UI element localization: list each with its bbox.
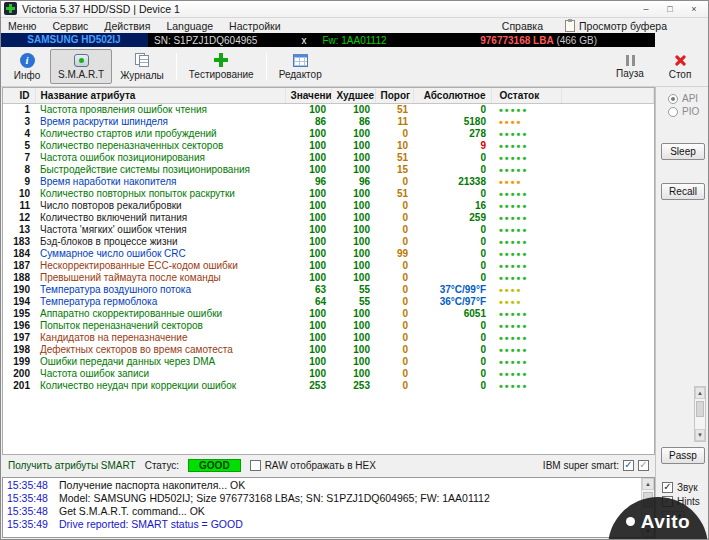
smart-table-row[interactable]: 195 Аппаратно скорректированные ошибки 1… xyxy=(3,308,654,320)
smart-table-row[interactable]: 188 Превышений таймаута после команды 10… xyxy=(3,272,654,284)
editor-button[interactable]: Редактор xyxy=(271,49,330,84)
menu-item-menu[interactable]: Меню xyxy=(0,20,44,32)
side-slider[interactable]: ▲ ▼ xyxy=(694,386,706,442)
smart-table-row[interactable]: 197 Кандидатов на переназначение 100 100… xyxy=(3,332,654,344)
ibm-super-smart-checkbox-2[interactable] xyxy=(638,460,649,471)
stop-button[interactable]: Стоп xyxy=(657,49,703,84)
sound-checkbox-row[interactable]: Звук xyxy=(662,482,698,493)
smart-table-row[interactable]: 12 Количество включений питания 100 100 … xyxy=(3,212,654,224)
api-radio[interactable] xyxy=(668,94,678,104)
cell-attr-threshold: 0 xyxy=(375,380,413,392)
cell-filler xyxy=(561,200,654,212)
cell-filler xyxy=(561,128,654,140)
slider-thumb[interactable] xyxy=(696,401,704,417)
recall-button[interactable]: Recall xyxy=(661,183,705,200)
cell-attr-id: 9 xyxy=(3,176,35,188)
pio-radio[interactable] xyxy=(668,107,678,117)
cell-attr-name: Попыток переназначений секторов xyxy=(35,320,285,332)
raw-hex-checkbox-row[interactable]: RAW отображать в HEX xyxy=(250,460,376,471)
cell-filler xyxy=(561,344,654,356)
column-header[interactable]: Остаток xyxy=(491,88,561,103)
smart-table-row[interactable]: 8 Быстродействие системы позиционировани… xyxy=(3,164,654,176)
cell-attr-threshold: 51 xyxy=(375,152,413,164)
close-button[interactable]: × xyxy=(683,2,705,16)
smart-table-row[interactable]: 200 Частота ошибок записи 100 100 0 0 ••… xyxy=(3,368,654,380)
smart-table-row[interactable]: 184 Суммарное число ошибок CRC 100 100 9… xyxy=(3,248,654,260)
passp-button[interactable]: Passp xyxy=(661,447,705,464)
cell-attr-threshold: 0 xyxy=(375,296,413,308)
api-radio-row[interactable]: API xyxy=(668,93,698,104)
cell-attr-threshold: 51 xyxy=(375,103,413,116)
journals-button[interactable]: Журналы xyxy=(112,49,172,84)
menu-item-settings[interactable]: Настройки xyxy=(221,20,289,32)
cell-attr-id: 7 xyxy=(3,152,35,164)
buffer-view-label: Просмотр буфера xyxy=(579,20,667,32)
sleep-button[interactable]: Sleep xyxy=(661,143,705,160)
slider-up-icon[interactable]: ▲ xyxy=(695,387,705,399)
pio-radio-row[interactable]: PIO xyxy=(668,106,699,117)
column-header[interactable]: Абсолютное xyxy=(413,88,491,103)
smart-table-row[interactable]: 3 Время раскрутки шпинделя 86 86 11 5180… xyxy=(3,116,654,128)
toolbar: i Инфо S.M.A.R.T Журналы Тестирование Ре… xyxy=(0,47,709,87)
menu-item-help[interactable]: Справка xyxy=(494,20,551,32)
maximize-button[interactable]: □ xyxy=(659,2,681,16)
column-header[interactable]: Порог xyxy=(375,88,413,103)
smart-table-row[interactable]: 7 Частота ошибок позиционирования 100 10… xyxy=(3,152,654,164)
cell-attr-worst: 100 xyxy=(331,236,375,248)
menu-item-actions[interactable]: Действия xyxy=(96,20,158,32)
log-panel: 15:35:48Получение паспорта накопителя...… xyxy=(2,477,655,538)
sound-checkbox[interactable] xyxy=(662,482,673,493)
get-smart-attributes-button[interactable]: Получить атрибуты SMART xyxy=(8,460,136,471)
column-header[interactable]: Значение xyxy=(285,88,331,103)
raw-hex-checkbox[interactable] xyxy=(250,460,261,471)
cell-attr-threshold: 0 xyxy=(375,260,413,272)
menu-item-service[interactable]: Сервис xyxy=(44,20,96,32)
cell-filler xyxy=(561,164,654,176)
scroll-up-icon[interactable]: ▲ xyxy=(642,478,654,490)
smart-table-row[interactable]: 10 Количество повторных попыток раскрутк… xyxy=(3,188,654,200)
slider-down-icon[interactable]: ▼ xyxy=(695,429,705,441)
cell-attr-value: 100 xyxy=(285,103,331,116)
cell-attr-value: 100 xyxy=(285,224,331,236)
menu-item-language[interactable]: Language xyxy=(158,20,221,32)
log-line: 15:35:48Получение паспорта накопителя...… xyxy=(7,479,638,492)
smart-table-row[interactable]: 196 Попыток переназначений секторов 100 … xyxy=(3,320,654,332)
cell-attr-health: •••• xyxy=(491,284,561,296)
cell-attr-id: 196 xyxy=(3,320,35,332)
minimize-button[interactable]: – xyxy=(635,2,657,16)
cell-attr-name: Превышений таймаута после команды xyxy=(35,272,285,284)
smart-table-row[interactable]: 199 Ошибки передачи данных через DMA 100… xyxy=(3,356,654,368)
smart-table-row[interactable]: 183 Бэд-блоков в процессе жизни 100 100 … xyxy=(3,236,654,248)
column-header[interactable]: ID xyxy=(3,88,35,103)
smart-status-badge: GOOD xyxy=(188,459,241,472)
pause-icon xyxy=(626,54,635,66)
info-button[interactable]: i Инфо xyxy=(4,49,50,84)
pause-button[interactable]: Пауза xyxy=(607,49,653,84)
smart-table-row[interactable]: 198 Дефектных секторов во время самотест… xyxy=(3,344,654,356)
cell-attr-id: 10 xyxy=(3,188,35,200)
smart-table-row[interactable]: 201 Количество неудач при коррекции ошиб… xyxy=(3,380,654,392)
buffer-view-button[interactable]: Просмотр буфера xyxy=(565,20,667,32)
smart-table-row[interactable]: 9 Время наработки накопителя 96 96 0 213… xyxy=(3,176,654,188)
smart-table-row[interactable]: 190 Температура воздушного потока 63 55 … xyxy=(3,284,654,296)
smart-button[interactable]: S.M.A.R.T xyxy=(50,49,112,84)
ibm-super-smart-checkbox-1[interactable] xyxy=(623,460,634,471)
cell-attr-value: 100 xyxy=(285,152,331,164)
smart-table-row[interactable]: 187 Нескорректированные ECC-кодом ошибки… xyxy=(3,260,654,272)
device-model[interactable]: SAMSUNG HD502IJ xyxy=(0,33,148,47)
testing-button[interactable]: Тестирование xyxy=(181,49,262,84)
smart-table-row[interactable]: 11 Число повторов рекалибровки 100 100 0… xyxy=(3,200,654,212)
cell-attr-health: ••••• xyxy=(491,380,561,392)
cell-attr-value: 100 xyxy=(285,236,331,248)
smart-table-row[interactable]: 4 Количество стартов или пробуждений 100… xyxy=(3,128,654,140)
cell-attr-threshold: 0 xyxy=(375,356,413,368)
smart-table-row[interactable]: 13 Частота 'мягких' ошибок чтения 100 10… xyxy=(3,224,654,236)
smart-table-row[interactable]: 1 Частота проявления ошибок чтения 100 1… xyxy=(3,103,654,116)
smart-table-row[interactable]: 5 Количество переназначенных секторов 10… xyxy=(3,140,654,152)
column-header[interactable]: Название атрибута xyxy=(35,88,285,103)
smart-table-row[interactable]: 194 Температура гермоблока 64 55 0 36°C/… xyxy=(3,296,654,308)
cell-attr-name: Температура воздушного потока xyxy=(35,284,285,296)
column-header[interactable]: Худшее xyxy=(331,88,375,103)
cell-filler xyxy=(561,152,654,164)
cell-filler xyxy=(561,332,654,344)
